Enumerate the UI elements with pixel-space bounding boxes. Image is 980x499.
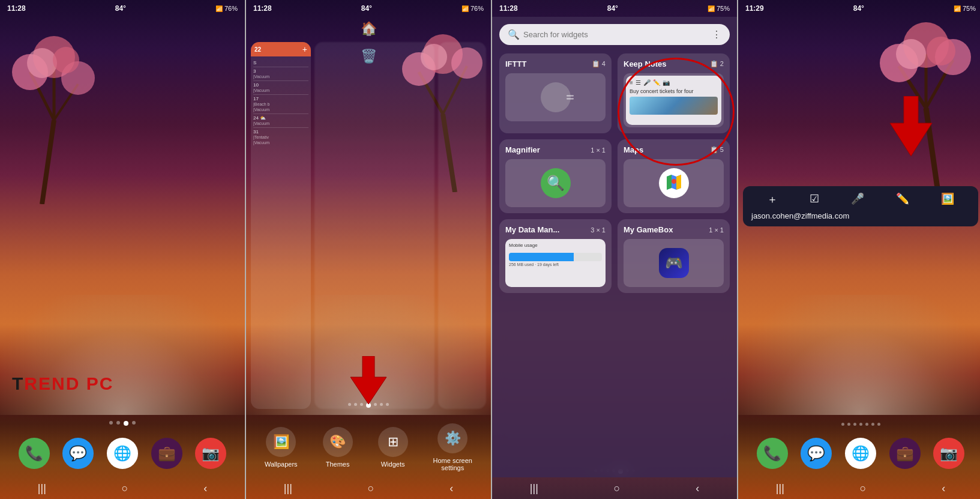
note-image-icon[interactable]: 🖼️ xyxy=(941,192,954,207)
red-arrow-2 xyxy=(347,356,389,410)
svg-point-7 xyxy=(27,48,57,78)
nav-home-3[interactable]: ○ xyxy=(614,482,621,495)
widget-card-maps[interactable]: Maps 📋 5 xyxy=(618,139,730,213)
dock-messages-4[interactable]: 💬 xyxy=(801,438,832,469)
nav-home-4[interactable]: ○ xyxy=(860,482,867,495)
status-icons-4: 📶 75% xyxy=(954,5,976,12)
nav-home-2[interactable]: ○ xyxy=(368,482,374,495)
note-mic-icon[interactable]: 🎤 xyxy=(851,192,864,207)
dock-chrome-1[interactable]: 🌐 xyxy=(107,438,138,469)
svg-marker-27 xyxy=(890,96,932,156)
dot-1 xyxy=(109,421,113,425)
nav-bar-1: ||| ○ ‹ xyxy=(0,477,245,499)
home-icon-panel2[interactable]: 🏠 xyxy=(361,21,377,37)
ifttt-preview xyxy=(505,73,606,121)
panel-3: 11:28 84° 📶 75% 🔍 ⋮ IFTTT 📋 4 xyxy=(492,0,737,499)
tree-left-panel1 xyxy=(0,12,126,204)
wallpapers-icon: 🖼️ xyxy=(266,427,296,457)
page-dots-4 xyxy=(738,423,980,426)
widget-card-magnifier[interactable]: Magnifier 1 × 1 🔍 xyxy=(499,139,612,213)
widget-card-ifttt[interactable]: IFTTT 📋 4 xyxy=(499,53,612,133)
more-options-icon[interactable]: ⋮ xyxy=(712,29,721,40)
widgets-icon: ⊞ xyxy=(378,427,408,457)
nav-bar-4: ||| ○ ‹ xyxy=(738,477,980,499)
widget-card-keep-notes[interactable]: Keep Notes 📋 2 ≡☰🎤✏️📷 Buy concert ticket… xyxy=(618,53,730,133)
note-check-icon[interactable]: ☑ xyxy=(810,192,819,207)
svg-point-17 xyxy=(672,179,676,184)
dock-chrome-4[interactable]: 🌐 xyxy=(845,438,876,469)
maps-preview xyxy=(624,159,724,207)
magnifier-size: 1 × 1 xyxy=(591,145,606,154)
menu-wallpapers[interactable]: 🖼️ Wallpapers xyxy=(265,427,298,468)
trash-icon-panel2[interactable]: 🗑️ xyxy=(361,49,377,64)
nav-menu-4[interactable]: ||| xyxy=(776,482,784,495)
nav-menu-2[interactable]: ||| xyxy=(284,482,292,495)
nav-back-2[interactable]: ‹ xyxy=(449,482,453,495)
menu-widgets[interactable]: ⊞ Widgets xyxy=(378,427,408,468)
themes-icon: 🎨 xyxy=(323,427,353,457)
gamebox-icon: 🎮 xyxy=(659,248,689,278)
menu-themes[interactable]: 🎨 Themes xyxy=(323,427,353,468)
nav-back-4[interactable]: ‹ xyxy=(942,482,945,495)
signal-icon-3: 📶 xyxy=(708,5,715,12)
note-input-bar[interactable]: ＋ ☑ 🎤 ✏️ 🖼️ jason.cohen@ziffmedia.com xyxy=(743,186,978,226)
dock-slack-4[interactable]: 💼 xyxy=(889,438,921,469)
status-icons-3: 📶 75% xyxy=(708,5,730,12)
dock-phone-1[interactable]: 📞 xyxy=(19,438,50,469)
dot-4-3 xyxy=(853,423,856,426)
magnifier-name: Magnifier xyxy=(505,145,540,154)
dock-camera-4[interactable]: 📷 xyxy=(933,438,964,469)
blurred-panels: 22 + S 3|Vacuum 10|Vacuum 17|Beach b|Vac… xyxy=(251,42,486,409)
wallpapers-label: Wallpapers xyxy=(265,461,298,468)
dock-phone-4[interactable]: 📞 xyxy=(757,438,788,469)
time-4: 11:29 xyxy=(745,4,764,13)
gamebox-size: 1 × 1 xyxy=(709,225,724,234)
red-arrow-4 xyxy=(887,96,935,159)
maps-icon xyxy=(659,168,689,198)
signal-icon-1: 📶 xyxy=(215,5,223,12)
dock-camera-1[interactable]: 📷 xyxy=(195,438,226,469)
keep-notes-card: ≡☰🎤✏️📷 Buy concert tickets for four xyxy=(626,76,721,125)
status-bar-2: 11:28 84° 📶 76% xyxy=(246,0,491,17)
dock-1: 📞 💬 🌐 💼 📷 xyxy=(0,429,245,477)
widget-card-gamebox[interactable]: My GameBox 1 × 1 🎮 xyxy=(618,219,730,293)
signal-icon-2: 📶 xyxy=(461,5,469,12)
page-dots-1 xyxy=(0,421,245,426)
nav-bar-3: ||| ○ ‹ xyxy=(492,477,737,499)
menu-homescreen-settings[interactable]: ⚙️ Home screensettings xyxy=(433,423,472,471)
note-toolbar: ＋ ☑ 🎤 ✏️ 🖼️ xyxy=(751,192,970,207)
keep-notes-image xyxy=(630,97,718,115)
panel-1: 11:28 84° 📶 76% TREND PC 📞 💬 🌐 💼 📷 ||| ○… xyxy=(0,0,245,499)
nav-menu-3[interactable]: ||| xyxy=(530,482,538,495)
time-3: 11:28 xyxy=(499,4,518,13)
keep-notes-count: 📋 2 xyxy=(710,59,724,68)
dot-4-1 xyxy=(841,423,844,426)
blurred-panel-mid xyxy=(314,42,434,409)
status-icons-2: 📶 76% xyxy=(461,5,484,12)
widget-search-input[interactable] xyxy=(523,30,712,39)
note-pen-icon[interactable]: ✏️ xyxy=(896,192,909,207)
widget-search-bar[interactable]: 🔍 ⋮ xyxy=(499,24,730,45)
dot-4-6 xyxy=(871,423,874,426)
dock-messages-1[interactable]: 💬 xyxy=(62,438,94,469)
dot-4-5 xyxy=(865,423,868,426)
widget-card-data-manager[interactable]: My Data Man... 3 × 1 Mobile usage 256 MB… xyxy=(499,219,612,293)
nav-back-3[interactable]: ‹ xyxy=(696,482,699,495)
time-2: 11:28 xyxy=(253,4,272,13)
calendar-widget: 22 + S 3|Vacuum 10|Vacuum 17|Beach b|Vac… xyxy=(251,42,311,409)
settings-icon: ⚙️ xyxy=(437,423,467,453)
panel-2: 11:28 84° 📶 76% 🏠 🗑️ 22 + S 3|Vacuum 10|… xyxy=(246,0,491,499)
nav-menu-icon-1[interactable]: ||| xyxy=(38,482,46,495)
gamebox-preview: 🎮 xyxy=(624,239,724,287)
note-email-display: jason.cohen@ziffmedia.com xyxy=(751,211,970,220)
note-add-icon[interactable]: ＋ xyxy=(767,192,778,207)
nav-back-icon-1[interactable]: ‹ xyxy=(203,482,207,495)
panel2-top-bar: 🏠 🗑️ xyxy=(361,21,377,64)
dock-4: 📞 💬 🌐 💼 📷 xyxy=(738,429,980,477)
time-1: 11:28 xyxy=(7,4,26,13)
svg-point-26 xyxy=(927,37,955,65)
nav-home-icon-1[interactable]: ○ xyxy=(122,482,128,495)
dock-slack-1[interactable]: 💼 xyxy=(151,438,182,469)
brand-text: TREND PC xyxy=(12,373,113,394)
gamebox-name: My GameBox xyxy=(624,225,673,234)
